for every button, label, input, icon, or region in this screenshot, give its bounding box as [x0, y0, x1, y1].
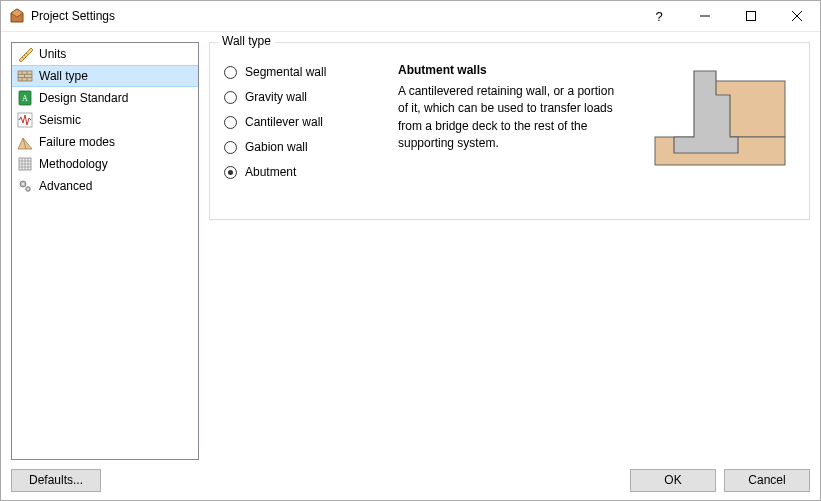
sidebar-item-methodology[interactable]: Methodology: [12, 153, 198, 175]
maximize-button[interactable]: [728, 1, 774, 31]
radio-icon: [224, 141, 237, 154]
close-button[interactable]: [774, 1, 820, 31]
group-legend: Wall type: [218, 34, 275, 48]
footer: Defaults... OK Cancel: [1, 460, 820, 500]
sidebar-item-advanced[interactable]: Advanced: [12, 175, 198, 197]
app-icon: [9, 8, 25, 24]
standard-icon: A: [17, 90, 33, 106]
close-icon: [792, 11, 802, 21]
radio-label: Segmental wall: [245, 65, 326, 79]
sidebar-item-design-standard[interactable]: A Design Standard: [12, 87, 198, 109]
radio-icon: [224, 91, 237, 104]
wall-illustration: [645, 59, 795, 179]
radio-label: Cantilever wall: [245, 115, 323, 129]
radio-segmental-wall[interactable]: Segmental wall: [224, 65, 384, 79]
radio-label: Gravity wall: [245, 90, 307, 104]
sidebar-item-failure-modes[interactable]: Failure modes: [12, 131, 198, 153]
radio-label: Abutment: [245, 165, 296, 179]
svg-marker-19: [18, 138, 32, 149]
help-button[interactable]: ?: [636, 1, 682, 31]
failure-icon: [17, 134, 33, 150]
description-title: Abutment walls: [398, 63, 627, 77]
main-panel: Wall type Segmental wall Gravity wall Ca…: [209, 42, 810, 460]
wall-type-radios: Segmental wall Gravity wall Cantilever w…: [224, 59, 384, 179]
abutment-illustration-icon: [650, 61, 790, 171]
sidebar-item-units[interactable]: Units: [12, 43, 198, 65]
svg-marker-4: [19, 48, 33, 62]
minimize-icon: [700, 11, 710, 21]
radio-abutment[interactable]: Abutment: [224, 165, 384, 179]
ok-button[interactable]: OK: [630, 469, 716, 492]
button-label: Cancel: [748, 473, 785, 487]
svg-point-29: [22, 183, 24, 185]
wall-type-group: Wall type Segmental wall Gravity wall Ca…: [209, 42, 810, 220]
radio-gravity-wall[interactable]: Gravity wall: [224, 90, 384, 104]
svg-rect-8: [18, 71, 32, 81]
radio-label: Gabion wall: [245, 140, 308, 154]
minimize-button[interactable]: [682, 1, 728, 31]
description-text: A cantilevered retaining wall, or a port…: [398, 83, 627, 153]
wall-icon: [17, 68, 33, 84]
button-label: Defaults...: [29, 473, 83, 487]
cancel-button[interactable]: Cancel: [724, 469, 810, 492]
svg-text:A: A: [22, 94, 28, 103]
help-icon: ?: [655, 9, 662, 24]
sidebar-item-wall-type[interactable]: Wall type: [12, 65, 198, 87]
svg-rect-1: [747, 12, 756, 21]
ruler-icon: [17, 46, 33, 62]
sidebar-item-label: Wall type: [39, 69, 88, 83]
gears-icon: [17, 178, 33, 194]
titlebar: Project Settings ?: [1, 1, 820, 32]
methodology-icon: [17, 156, 33, 172]
defaults-button[interactable]: Defaults...: [11, 469, 101, 492]
sidebar-item-label: Methodology: [39, 157, 108, 171]
sidebar: Units Wall type A Design Standard Seismi…: [11, 42, 199, 460]
svg-point-31: [27, 188, 29, 190]
sidebar-item-label: Advanced: [39, 179, 92, 193]
sidebar-item-label: Design Standard: [39, 91, 128, 105]
sidebar-item-label: Units: [39, 47, 66, 61]
radio-gabion-wall[interactable]: Gabion wall: [224, 140, 384, 154]
button-label: OK: [664, 473, 681, 487]
radio-icon: [224, 66, 237, 79]
sidebar-item-label: Failure modes: [39, 135, 115, 149]
sidebar-item-label: Seismic: [39, 113, 81, 127]
sidebar-item-seismic[interactable]: Seismic: [12, 109, 198, 131]
window-title: Project Settings: [31, 9, 636, 23]
seismic-icon: [17, 112, 33, 128]
radio-icon: [224, 166, 237, 179]
radio-cantilever-wall[interactable]: Cantilever wall: [224, 115, 384, 129]
radio-icon: [224, 116, 237, 129]
maximize-icon: [746, 11, 756, 21]
